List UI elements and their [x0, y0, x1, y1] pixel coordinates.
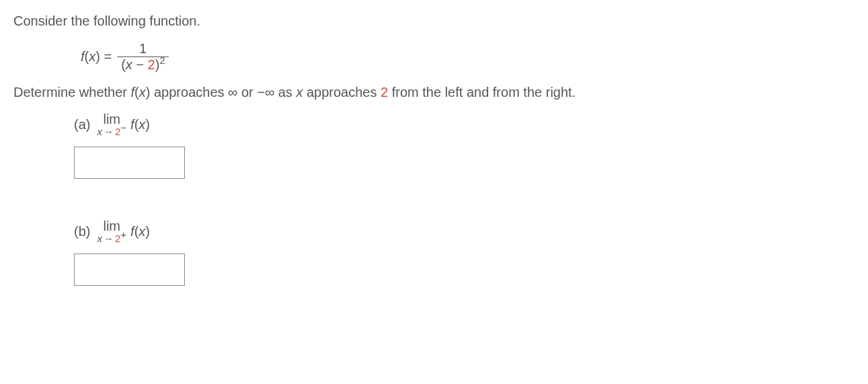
- den-minus: −: [132, 57, 148, 72]
- den-exponent: 2: [159, 55, 165, 66]
- lim-x-b: x: [97, 233, 102, 244]
- lim-sub-b: x→2+: [97, 233, 126, 244]
- question-text: Determine whether f(x) approaches ∞ or −…: [13, 85, 855, 100]
- fx-b: f(x): [130, 224, 150, 239]
- q-p4: from the left and from the right.: [388, 85, 576, 100]
- fx-close-b: ): [145, 224, 150, 239]
- denominator: (x − 2)2: [117, 56, 169, 73]
- numerator: 1: [135, 41, 151, 56]
- part-b-label: (b): [74, 224, 90, 239]
- lim-text-a: lim: [103, 112, 120, 126]
- fn-close-eq: ) =: [95, 49, 112, 64]
- lim-text-b: lim: [103, 219, 120, 233]
- fraction: 1 (x − 2)2: [117, 41, 169, 73]
- fx-x-b: x: [139, 224, 145, 239]
- fx-close-a: ): [145, 117, 150, 132]
- den-value: 2: [148, 57, 155, 72]
- limit-expression-b: lim x→2+ f(x): [97, 219, 150, 244]
- lim-sign-b: +: [120, 229, 126, 240]
- arrow-b: →: [104, 233, 114, 244]
- part-a: (a) lim x→2− f(x): [74, 112, 855, 179]
- limit-expression-a: lim x→2− f(x): [97, 112, 150, 137]
- den-x: x: [126, 57, 132, 72]
- lim-val-b: 2: [115, 233, 120, 244]
- lim-sub-a: x→2−: [97, 126, 126, 137]
- lim-x-a: x: [97, 126, 102, 137]
- function-definition: f(x) = 1 (x − 2)2: [81, 41, 855, 73]
- answer-input-a[interactable]: [74, 147, 185, 179]
- fx-x-a: x: [139, 117, 145, 132]
- lim-sign-a: −: [120, 122, 126, 133]
- answer-input-b[interactable]: [74, 254, 185, 286]
- q-p2: approaches ∞ or −∞ as: [150, 85, 296, 100]
- q-p3: approaches: [303, 85, 381, 100]
- q-p1: Determine whether: [13, 85, 131, 100]
- q-value: 2: [381, 85, 388, 100]
- part-a-label: (a): [74, 117, 90, 132]
- fx-a: f(x): [130, 117, 150, 132]
- intro-text: Consider the following function.: [13, 13, 855, 29]
- fn-x: x: [89, 49, 95, 64]
- q-x: x: [296, 85, 303, 100]
- q-fx-x: x: [139, 85, 146, 100]
- q-fx-open: (: [134, 85, 139, 100]
- arrow-a: →: [104, 126, 114, 137]
- lim-val-a: 2: [115, 126, 120, 137]
- part-b: (b) lim x→2+ f(x): [74, 219, 855, 286]
- den-open: (: [121, 57, 126, 72]
